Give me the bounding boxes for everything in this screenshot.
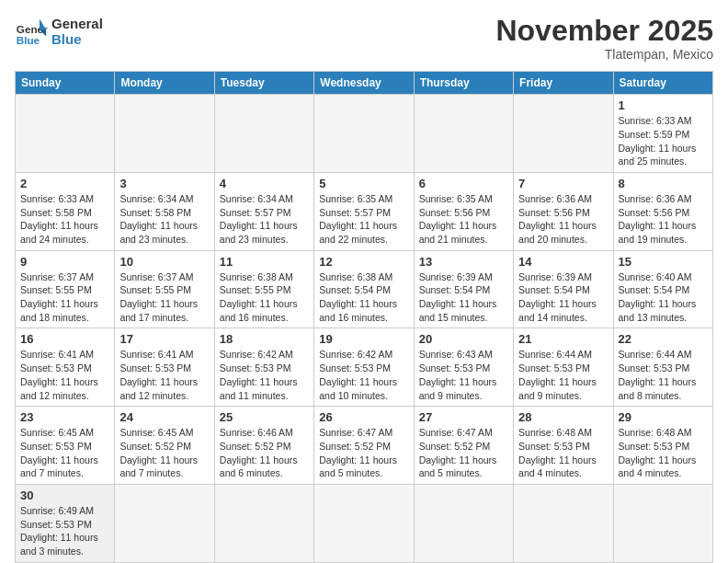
- day-number: 7: [518, 177, 608, 190]
- day-info: Sunrise: 6:33 AMSunset: 5:58 PMDaylight:…: [20, 192, 109, 247]
- day-info: Sunrise: 6:36 AMSunset: 5:56 PMDaylight:…: [518, 192, 608, 247]
- day-number: 13: [419, 255, 508, 269]
- day-number: 9: [20, 255, 109, 269]
- day-info: Sunrise: 6:34 AMSunset: 5:57 PMDaylight:…: [220, 192, 309, 247]
- logo-general-text: General: [51, 16, 103, 31]
- calendar-cell: [414, 95, 513, 173]
- day-info: Sunrise: 6:40 AMSunset: 5:54 PMDaylight:…: [619, 270, 708, 325]
- calendar-cell: [115, 484, 214, 562]
- calendar-cell: 13Sunrise: 6:39 AMSunset: 5:54 PMDayligh…: [414, 250, 513, 328]
- page-header: General Blue General Blue November 2025 …: [15, 15, 713, 62]
- day-header-monday: Monday: [115, 72, 214, 95]
- day-number: 18: [220, 332, 309, 346]
- day-number: 11: [220, 255, 309, 269]
- calendar-cell: 16Sunrise: 6:41 AMSunset: 5:53 PMDayligh…: [16, 328, 115, 407]
- calendar-week-3: 9Sunrise: 6:37 AMSunset: 5:55 PMDaylight…: [16, 250, 713, 328]
- day-number: 25: [220, 410, 309, 424]
- day-info: Sunrise: 6:41 AMSunset: 5:53 PMDaylight:…: [20, 348, 109, 402]
- calendar-cell: 5Sunrise: 6:35 AMSunset: 5:57 PMDaylight…: [314, 172, 414, 250]
- day-header-sunday: Sunday: [16, 72, 115, 95]
- location: Tlatempan, Mexico: [495, 47, 713, 62]
- day-info: Sunrise: 6:45 AMSunset: 5:53 PMDaylight:…: [20, 426, 109, 480]
- day-number: 1: [619, 98, 708, 112]
- day-number: 5: [319, 177, 408, 190]
- calendar-cell: 22Sunrise: 6:44 AMSunset: 5:53 PMDayligh…: [613, 328, 712, 407]
- calendar-cell: 30Sunrise: 6:49 AMSunset: 5:53 PMDayligh…: [16, 484, 115, 562]
- calendar-cell: 12Sunrise: 6:38 AMSunset: 5:54 PMDayligh…: [314, 250, 414, 328]
- day-number: 29: [619, 410, 708, 424]
- day-number: 30: [20, 488, 109, 502]
- calendar-cell: 11Sunrise: 6:38 AMSunset: 5:55 PMDayligh…: [214, 250, 313, 328]
- day-info: Sunrise: 6:41 AMSunset: 5:53 PMDaylight:…: [119, 348, 209, 402]
- calendar-cell: 9Sunrise: 6:37 AMSunset: 5:55 PMDaylight…: [16, 250, 115, 328]
- calendar-cell: 20Sunrise: 6:43 AMSunset: 5:53 PMDayligh…: [414, 328, 513, 407]
- calendar-cell: 8Sunrise: 6:36 AMSunset: 5:56 PMDaylight…: [613, 172, 712, 250]
- calendar-week-5: 23Sunrise: 6:45 AMSunset: 5:53 PMDayligh…: [16, 407, 713, 485]
- calendar-week-6: 30Sunrise: 6:49 AMSunset: 5:53 PMDayligh…: [16, 484, 713, 562]
- calendar-cell: 23Sunrise: 6:45 AMSunset: 5:53 PMDayligh…: [16, 407, 115, 485]
- day-info: Sunrise: 6:37 AMSunset: 5:55 PMDaylight:…: [20, 270, 109, 325]
- calendar-cell: 7Sunrise: 6:36 AMSunset: 5:56 PMDaylight…: [514, 172, 613, 250]
- calendar-cell: 10Sunrise: 6:37 AMSunset: 5:55 PMDayligh…: [115, 250, 214, 328]
- calendar-cell: 21Sunrise: 6:44 AMSunset: 5:53 PMDayligh…: [514, 328, 613, 407]
- logo-blue-text: Blue: [51, 31, 103, 47]
- calendar-cell: 27Sunrise: 6:47 AMSunset: 5:52 PMDayligh…: [414, 407, 513, 485]
- day-header-tuesday: Tuesday: [214, 72, 313, 95]
- calendar-cell: 19Sunrise: 6:42 AMSunset: 5:53 PMDayligh…: [314, 328, 414, 407]
- day-info: Sunrise: 6:47 AMSunset: 5:52 PMDaylight:…: [419, 426, 508, 480]
- logo-icon: General Blue: [15, 15, 48, 48]
- day-number: 12: [319, 255, 408, 269]
- day-info: Sunrise: 6:39 AMSunset: 5:54 PMDaylight:…: [518, 270, 608, 325]
- day-info: Sunrise: 6:42 AMSunset: 5:53 PMDaylight:…: [319, 348, 408, 402]
- calendar-header-row: SundayMondayTuesdayWednesdayThursdayFrid…: [16, 72, 713, 95]
- day-number: 24: [119, 410, 209, 424]
- calendar-cell: 3Sunrise: 6:34 AMSunset: 5:58 PMDaylight…: [115, 172, 214, 250]
- calendar-cell: 17Sunrise: 6:41 AMSunset: 5:53 PMDayligh…: [115, 328, 214, 407]
- calendar-cell: 2Sunrise: 6:33 AMSunset: 5:58 PMDaylight…: [16, 172, 115, 250]
- day-number: 10: [119, 255, 209, 269]
- calendar-week-2: 2Sunrise: 6:33 AMSunset: 5:58 PMDaylight…: [16, 172, 713, 250]
- day-info: Sunrise: 6:48 AMSunset: 5:53 PMDaylight:…: [518, 426, 608, 480]
- calendar-cell: [514, 95, 613, 173]
- day-info: Sunrise: 6:44 AMSunset: 5:53 PMDaylight:…: [518, 348, 608, 402]
- calendar-week-4: 16Sunrise: 6:41 AMSunset: 5:53 PMDayligh…: [16, 328, 713, 407]
- day-number: 3: [119, 177, 209, 190]
- day-info: Sunrise: 6:42 AMSunset: 5:53 PMDaylight:…: [220, 348, 309, 402]
- calendar-week-1: 1Sunrise: 6:33 AMSunset: 5:59 PMDaylight…: [16, 95, 713, 173]
- day-number: 19: [319, 332, 408, 346]
- day-header-wednesday: Wednesday: [314, 72, 414, 95]
- day-info: Sunrise: 6:36 AMSunset: 5:56 PMDaylight:…: [619, 192, 708, 247]
- day-info: Sunrise: 6:47 AMSunset: 5:52 PMDaylight:…: [319, 426, 408, 480]
- logo: General Blue General Blue: [15, 15, 103, 48]
- calendar-cell: 29Sunrise: 6:48 AMSunset: 5:53 PMDayligh…: [613, 407, 712, 485]
- day-number: 26: [319, 410, 408, 424]
- day-number: 2: [20, 177, 109, 190]
- calendar-cell: 24Sunrise: 6:45 AMSunset: 5:52 PMDayligh…: [115, 407, 214, 485]
- day-info: Sunrise: 6:46 AMSunset: 5:52 PMDaylight:…: [220, 426, 309, 480]
- title-block: November 2025 Tlatempan, Mexico: [495, 15, 713, 62]
- day-info: Sunrise: 6:33 AMSunset: 5:59 PMDaylight:…: [619, 114, 708, 168]
- day-number: 22: [619, 332, 708, 346]
- calendar-cell: 26Sunrise: 6:47 AMSunset: 5:52 PMDayligh…: [314, 407, 414, 485]
- day-header-friday: Friday: [514, 72, 613, 95]
- day-number: 4: [220, 177, 309, 190]
- calendar-cell: 14Sunrise: 6:39 AMSunset: 5:54 PMDayligh…: [514, 250, 613, 328]
- day-number: 17: [119, 332, 209, 346]
- day-number: 16: [20, 332, 109, 346]
- day-number: 23: [20, 410, 109, 424]
- calendar-cell: 4Sunrise: 6:34 AMSunset: 5:57 PMDaylight…: [214, 172, 313, 250]
- calendar-cell: 18Sunrise: 6:42 AMSunset: 5:53 PMDayligh…: [214, 328, 313, 407]
- day-info: Sunrise: 6:45 AMSunset: 5:52 PMDaylight:…: [119, 426, 209, 480]
- month-title: November 2025: [495, 15, 713, 47]
- day-info: Sunrise: 6:38 AMSunset: 5:55 PMDaylight:…: [220, 270, 309, 325]
- calendar-cell: 15Sunrise: 6:40 AMSunset: 5:54 PMDayligh…: [613, 250, 712, 328]
- day-info: Sunrise: 6:35 AMSunset: 5:56 PMDaylight:…: [419, 192, 508, 247]
- day-info: Sunrise: 6:44 AMSunset: 5:53 PMDaylight:…: [619, 348, 708, 402]
- calendar-cell: [514, 484, 613, 562]
- calendar-cell: [414, 484, 513, 562]
- day-header-thursday: Thursday: [414, 72, 513, 95]
- calendar-cell: [314, 95, 414, 173]
- day-info: Sunrise: 6:35 AMSunset: 5:57 PMDaylight:…: [319, 192, 408, 247]
- calendar-cell: [314, 484, 414, 562]
- calendar-cell: 25Sunrise: 6:46 AMSunset: 5:52 PMDayligh…: [214, 407, 313, 485]
